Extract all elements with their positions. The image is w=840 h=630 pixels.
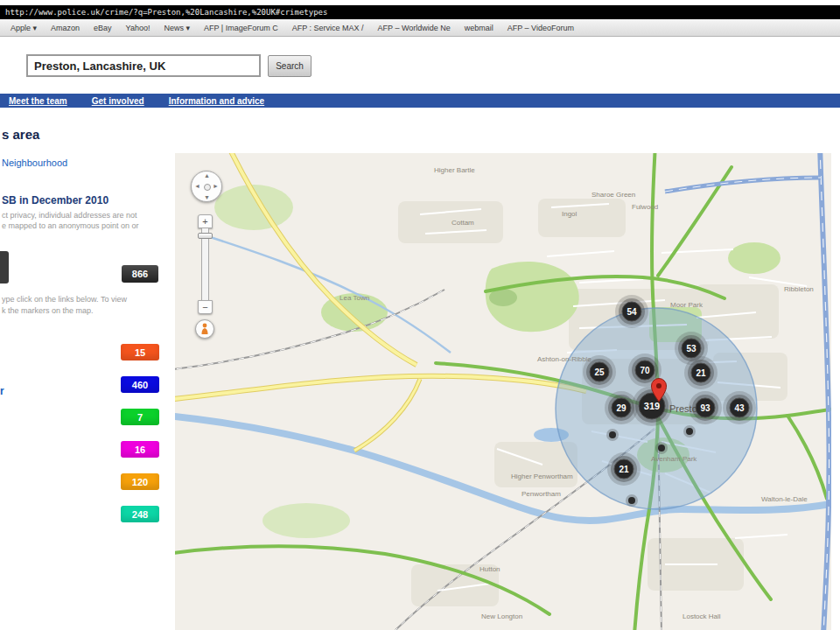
bookmark-item[interactable]: webmail: [465, 24, 494, 32]
crime-map[interactable]: Higher BartleCottamIngolSharoe GreenFulw…: [175, 153, 831, 630]
crime-count-badge[interactable]: 460: [121, 376, 159, 393]
crime-type-label-fragment[interactable]: r: [0, 385, 4, 397]
nav-link[interactable]: Meet the team: [9, 96, 67, 106]
crime-count-badge[interactable]: 16: [121, 441, 159, 458]
bookmark-item[interactable]: Yahoo!: [126, 24, 150, 32]
browser-window: http://www.police.uk/crime/?q=Preston,%2…: [0, 0, 840, 630]
selected-row-tab: [0, 251, 9, 284]
nav-link[interactable]: Information and advice: [169, 96, 264, 106]
map-canvas: Higher BartleCottamIngolSharoe GreenFulw…: [175, 153, 831, 630]
bookmarks-bar: Apple ▾AmazoneBayYahoo!News ▾AFP | Image…: [0, 19, 840, 37]
map-place-label: New Longton: [481, 612, 522, 620]
map-place-label: Avenham Park: [651, 455, 697, 463]
bookmark-item[interactable]: AFP – Worldwide Ne: [378, 24, 451, 32]
bookmark-item[interactable]: AFP : Service MAX /: [292, 24, 364, 32]
neighbourhood-link[interactable]: Neighbourhood: [2, 158, 67, 168]
area-heading: s area: [2, 127, 39, 142]
instructions-line1: ype click on the links below. To view: [2, 295, 127, 304]
map-place-label: Hutton: [480, 565, 500, 573]
map-place-label: Fulwood: [632, 203, 658, 211]
street-view-pegman[interactable]: [195, 319, 214, 339]
map-pan-control[interactable]: ▲ ▼ ◄ ►: [191, 171, 222, 202]
zoom-out-button[interactable]: −: [198, 300, 213, 314]
crime-cluster-count: 54: [626, 307, 637, 317]
crime-count-badge[interactable]: 120: [121, 473, 159, 490]
search-button[interactable]: Search: [268, 55, 312, 77]
total-crime-badge[interactable]: 866: [122, 265, 158, 283]
bookmark-item[interactable]: AFP | ImageForum C: [204, 24, 278, 32]
crime-count-badge[interactable]: 248: [121, 506, 159, 522]
bookmark-item[interactable]: News ▾: [164, 24, 190, 32]
crime-cluster-count: 29: [616, 403, 626, 413]
map-place-label: Ribbleton: [784, 285, 814, 293]
crime-dot-marker[interactable]: [628, 497, 635, 504]
zoom-slider-handle[interactable]: [198, 233, 213, 239]
url-text: http://www.police.uk/crime/?q=Preston,%2…: [5, 8, 327, 17]
search-input[interactable]: [26, 54, 261, 77]
pan-up-icon[interactable]: ▲: [204, 172, 210, 178]
crime-dot-marker[interactable]: [686, 428, 693, 435]
crime-cluster-count: 21: [619, 465, 629, 474]
map-place-label: Higher Penwortham: [511, 472, 573, 480]
map-place-label: Higher Bartle: [434, 166, 475, 174]
nav-link[interactable]: Get involved: [92, 96, 144, 106]
pan-down-icon[interactable]: ▼: [204, 194, 210, 200]
bookmark-item[interactable]: Apple ▾: [10, 24, 37, 32]
map-place-label: Ingol: [562, 210, 578, 218]
crime-cluster-count: 70: [640, 366, 650, 375]
bookmark-item[interactable]: AFP – VideoForum: [508, 24, 574, 32]
pegman-icon: [200, 323, 210, 335]
bookmark-item[interactable]: Amazon: [51, 24, 80, 32]
crime-cluster-count: 21: [696, 368, 706, 378]
zoom-slider[interactable]: [201, 228, 209, 300]
privacy-text-line1: ct privacy, individual addresses are not: [2, 211, 136, 220]
map-place-label: Sharoe Green: [592, 191, 635, 199]
map-place-label: Cottam: [452, 219, 474, 227]
crime-count-badge[interactable]: 15: [121, 344, 159, 360]
crime-dot-marker[interactable]: [658, 444, 665, 452]
instructions-line2: k the markers on the map.: [2, 306, 94, 315]
pan-right-icon[interactable]: ►: [213, 183, 219, 189]
url-bar[interactable]: http://www.police.uk/crime/?q=Preston,%2…: [0, 5, 840, 19]
map-place-label: Penwortham: [522, 490, 561, 498]
top-nav: Meet the teamGet involvedInformation and…: [0, 94, 840, 108]
map-place-label: Walton-le-Dale: [761, 495, 808, 503]
period-heading: SB in December 2010: [2, 194, 108, 206]
map-place-label: Ashton-on-Ribble: [537, 355, 592, 363]
crime-type-list: 15460716120248: [121, 344, 159, 538]
map-place-label: Lostock Hall: [682, 612, 721, 620]
map-place-label: Lea Town: [340, 294, 369, 302]
crime-cluster-count: 93: [700, 403, 710, 413]
crime-cluster-count: 25: [594, 368, 605, 377]
crime-count-badge[interactable]: 7: [121, 409, 159, 425]
bookmark-item[interactable]: eBay: [94, 24, 112, 32]
crime-dot-marker[interactable]: [609, 431, 616, 438]
crime-cluster-count: 319: [644, 401, 660, 411]
privacy-text-line2: e mapped to an anonymous point on or: [2, 221, 139, 230]
zoom-in-button[interactable]: +: [198, 214, 213, 228]
crime-cluster-count: 53: [686, 344, 696, 354]
pan-left-icon[interactable]: ◄: [194, 183, 200, 189]
pan-center-icon[interactable]: [204, 184, 211, 191]
map-place-label: Moor Park: [670, 301, 704, 309]
crime-cluster-count: 43: [734, 403, 745, 413]
